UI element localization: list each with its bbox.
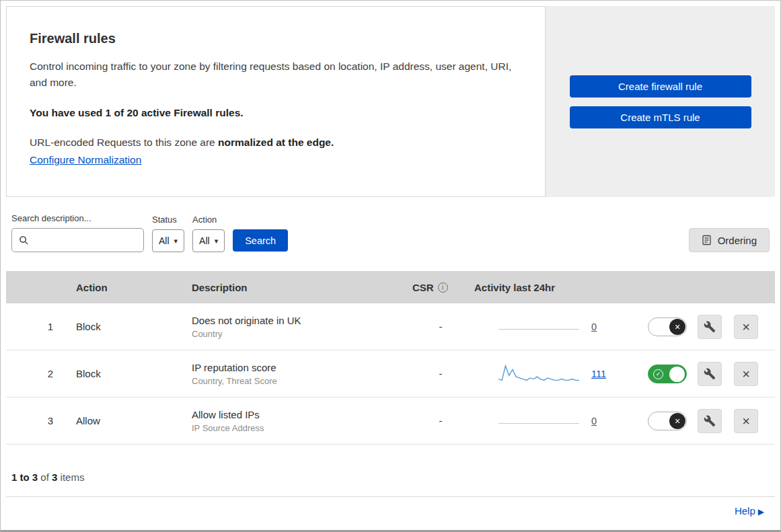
rule-title: Allow listed IPs <box>192 409 410 420</box>
firewall-rules-page: Firewall rules Control incoming traffic … <box>0 0 781 532</box>
rule-index: 1 <box>6 321 64 332</box>
search-group: Search description... <box>11 213 144 252</box>
activity-flatline <box>498 410 579 432</box>
action-dropdown[interactable]: All ▾ <box>192 229 225 252</box>
activity-cell: 111 <box>472 363 640 385</box>
intro-section: Firewall rules Control incoming traffic … <box>1 1 780 197</box>
ordering-button[interactable]: Ordering <box>689 228 770 252</box>
edit-cell <box>698 315 734 339</box>
delete-cell: × <box>734 409 775 433</box>
edit-rule-button[interactable] <box>698 409 722 433</box>
rule-subtitle: Country, Threat Score <box>192 376 410 386</box>
table-header: Action Description CSR i Activity last 2… <box>6 271 775 303</box>
of-text: of <box>40 471 49 483</box>
edit-cell <box>698 409 734 433</box>
rule-index: 2 <box>6 368 64 379</box>
search-input[interactable] <box>33 234 137 246</box>
toggle-cell: × <box>640 317 698 336</box>
search-button[interactable]: Search <box>233 229 288 252</box>
column-header-activity: Activity last 24hr <box>472 282 640 293</box>
toggle-x-icon: × <box>669 413 685 429</box>
delete-cell: × <box>734 315 775 339</box>
create-mtls-rule-button[interactable]: Create mTLS rule <box>570 106 751 128</box>
close-icon: × <box>742 367 750 381</box>
chevron-down-icon: ▾ <box>215 237 219 245</box>
rule-action: Block <box>64 368 181 379</box>
toggle-x-icon: × <box>669 319 685 335</box>
table-row: 1 Block Does not originate in UK Country… <box>6 303 775 350</box>
activity-flatline <box>498 316 579 338</box>
rule-enabled-toggle[interactable]: ✓ <box>648 365 687 383</box>
intro-description: Control incoming traffic to your zone by… <box>30 59 514 91</box>
activity-count-link[interactable]: 0 <box>591 321 597 332</box>
rule-action: Block <box>64 321 181 332</box>
table-row: 3 Allow Allow listed IPs IP Source Addre… <box>6 397 775 445</box>
search-label: Search description... <box>11 213 144 223</box>
column-header-csr: CSR i <box>410 282 472 293</box>
info-icon[interactable]: i <box>438 282 448 293</box>
configure-normalization-link[interactable]: Configure Normalization <box>30 154 141 165</box>
activity-cell: 0 <box>472 410 640 432</box>
rule-description: IP reputation score Country, Threat Scor… <box>181 362 410 386</box>
rule-description: Allow listed IPs IP Source Address <box>181 409 410 433</box>
page-title: Firewall rules <box>30 31 522 46</box>
items-text: items <box>61 471 85 483</box>
help-link[interactable]: Help▶ <box>735 505 764 517</box>
action-dropdown-value: All <box>199 235 210 246</box>
table-row: 2 Block IP reputation score Country, Thr… <box>6 350 775 397</box>
normalization-bold-text: normalized at the edge. <box>218 137 334 148</box>
search-icon <box>19 235 29 245</box>
toggle-knob <box>669 367 685 382</box>
close-icon: × <box>742 320 750 334</box>
close-icon: × <box>742 414 750 428</box>
delete-rule-button[interactable]: × <box>734 315 758 339</box>
help-arrow-icon: ▶ <box>758 507 764 517</box>
usage-note: You have used 1 of 20 active Firewall ru… <box>30 107 522 119</box>
ordering-button-label: Ordering <box>718 235 757 246</box>
rule-subtitle: IP Source Address <box>192 423 410 433</box>
delete-rule-button[interactable]: × <box>734 409 758 433</box>
rule-subtitle: Country <box>192 329 410 339</box>
pagination-summary: 1 to 3 of 3 items <box>1 445 780 496</box>
rule-action: Allow <box>64 415 181 426</box>
csr-header-label: CSR <box>412 282 434 293</box>
items-range: 1 to 3 <box>11 471 38 483</box>
column-header-action: Action <box>64 282 181 293</box>
toggle-cell: × <box>640 412 698 430</box>
edit-cell <box>698 362 734 386</box>
activity-count-link[interactable]: 111 <box>591 369 606 379</box>
activity-count-link[interactable]: 0 <box>591 416 597 426</box>
help-link-label: Help <box>735 505 755 517</box>
activity-sparkline <box>498 363 579 385</box>
status-dropdown[interactable]: All ▾ <box>152 229 184 252</box>
intro-card: Firewall rules Control incoming traffic … <box>6 6 546 197</box>
status-label: Status <box>152 215 184 225</box>
wrench-icon <box>704 415 716 427</box>
normalization-note: URL-encoded Requests to this zone are no… <box>30 137 522 149</box>
csr-value: - <box>410 415 472 426</box>
rule-enabled-toggle[interactable]: × <box>648 412 687 430</box>
edit-rule-button[interactable] <box>698 315 722 339</box>
help-row: Help▶ <box>1 497 780 517</box>
actions-panel: Create firewall rule Create mTLS rule <box>546 6 775 197</box>
action-filter-group: Action All ▾ <box>192 215 225 252</box>
rule-enabled-toggle[interactable]: × <box>648 317 687 336</box>
create-firewall-rule-button[interactable]: Create firewall rule <box>570 75 751 98</box>
chevron-down-icon: ▾ <box>174 237 178 245</box>
rule-title: IP reputation score <box>192 362 410 373</box>
search-input-box[interactable] <box>11 228 144 252</box>
edit-rule-button[interactable] <box>698 362 722 386</box>
csr-value: - <box>410 321 472 332</box>
delete-rule-button[interactable]: × <box>734 362 758 386</box>
status-filter-group: Status All ▾ <box>152 215 184 252</box>
toggle-cell: ✓ <box>640 365 698 383</box>
wrench-icon <box>704 368 716 380</box>
wrench-icon <box>704 321 716 333</box>
rule-title: Does not originate in UK <box>192 315 410 326</box>
rule-index: 3 <box>6 415 64 426</box>
action-label: Action <box>192 215 225 225</box>
csr-value: - <box>410 368 472 379</box>
rule-description: Does not originate in UK Country <box>181 315 410 339</box>
column-header-description: Description <box>181 282 410 293</box>
ordering-list-icon <box>702 235 712 245</box>
